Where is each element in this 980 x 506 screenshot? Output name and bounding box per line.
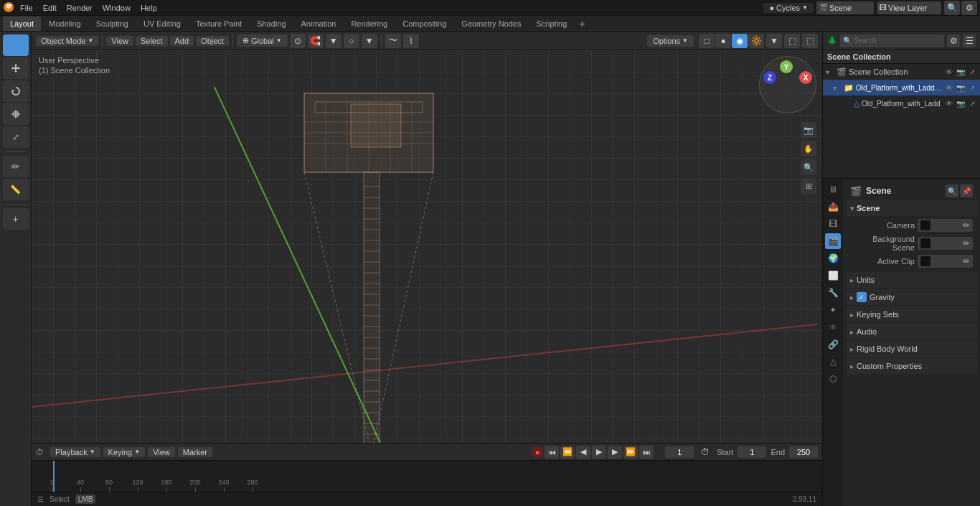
viewport-zoom-btn[interactable]: 🔍 — [801, 159, 816, 175]
playhead[interactable] — [53, 461, 55, 492]
view-menu-btn[interactable]: View — [106, 36, 133, 46]
view-layer-props-icon[interactable]: 🎞 — [825, 216, 841, 232]
active-clip-value[interactable]: ✏ — [918, 255, 973, 268]
props-search-btn[interactable]: 🔍 — [946, 184, 958, 197]
outliner-search[interactable]: 🔍 Search — [840, 34, 944, 47]
tab-sculpting[interactable]: Sculpting — [89, 17, 136, 31]
visibility-icon[interactable]: 👁 — [944, 68, 954, 76]
select-icon-2[interactable]: ↗ — [967, 84, 977, 92]
outliner-filter-btn[interactable]: ⚙ — [947, 34, 960, 47]
end-frame-input[interactable] — [789, 446, 818, 458]
status-icon[interactable]: ☰ — [37, 495, 44, 503]
viewport-hand-btn[interactable]: ✋ — [801, 141, 816, 156]
data-props-icon[interactable]: △ — [825, 354, 841, 370]
render-visibility-icon[interactable]: 📷 — [956, 68, 966, 76]
tab-add-button[interactable]: + — [575, 17, 589, 31]
next-keyframe-btn[interactable]: ⏩ — [623, 446, 638, 459]
toolbar-cursor-tool[interactable] — [3, 34, 29, 56]
select-icon-3[interactable]: ↗ — [967, 100, 977, 108]
audio-subsection[interactable]: ▸ Audio — [846, 324, 977, 339]
timeline-keying-btn[interactable]: Keying ▼ — [103, 447, 146, 457]
shading-render[interactable]: 🔆 — [748, 34, 764, 48]
timeline-playback-btn[interactable]: Playback ▼ — [50, 447, 100, 457]
timeline-ruler[interactable]: 1 40 80 120 160 200 240 280 — [32, 461, 822, 492]
scene-props-icon[interactable]: 🎬 — [825, 233, 841, 249]
select-exclude-icon[interactable]: ↗ — [967, 68, 977, 76]
topbar-search-icon[interactable]: 🔍 — [944, 1, 960, 15]
pivot-btn[interactable]: ⊙ — [290, 34, 306, 48]
visibility-icon-3[interactable]: 👁 — [944, 100, 954, 108]
tab-compositing[interactable]: Compositing — [395, 17, 453, 31]
jump-to-start-btn[interactable]: ⏮ — [545, 446, 559, 459]
shading-wireframe[interactable]: □ — [699, 34, 715, 48]
tab-texture-paint[interactable]: Texture Paint — [189, 17, 249, 31]
outliner-item-scene-collection[interactable]: ▾ 🎬 Scene Collection 👁 📷 ↗ — [823, 64, 980, 80]
gizmo-y-axis[interactable]: Y — [780, 60, 793, 73]
active-clip-edit-icon[interactable]: ✏ — [963, 256, 970, 266]
material-props-icon[interactable]: ⬡ — [825, 371, 841, 387]
menu-render[interactable]: Render — [62, 2, 97, 14]
blender-logo-icon[interactable] — [3, 1, 14, 14]
prev-frame-btn[interactable]: ◀ — [576, 446, 590, 459]
rigid-body-subsection[interactable]: ▸ Rigid Body World — [846, 341, 977, 357]
viewport-camera-btn[interactable]: 📷 — [801, 122, 816, 138]
output-props-icon[interactable]: 📤 — [825, 199, 841, 215]
menu-edit[interactable]: Edit — [39, 2, 61, 14]
world-props-icon[interactable]: 🌍 — [825, 250, 841, 266]
next-frame-btn[interactable]: ▶ — [608, 446, 622, 459]
select-menu-btn[interactable]: Select — [136, 36, 168, 46]
render-props-icon[interactable]: 🖥 — [825, 182, 841, 197]
tab-scripting[interactable]: Scripting — [529, 17, 574, 31]
view-layer-selector[interactable]: 🎞 View Layer — [877, 1, 941, 14]
units-subsection[interactable]: ▸ Units — [846, 272, 977, 288]
viewport-icon1[interactable]: 〜 — [385, 34, 401, 48]
camera-value[interactable]: ✏ — [918, 219, 973, 232]
proportional-editing[interactable]: ○ — [344, 34, 359, 48]
viewport-canvas[interactable]: User Perspective (1) Scene Collection — [32, 50, 822, 443]
tab-modeling[interactable]: Modeling — [42, 17, 88, 31]
mode-selector[interactable]: Object Mode ▼ — [36, 36, 98, 46]
jump-to-end-btn[interactable]: ⏭ — [639, 446, 654, 459]
tab-uv-editing[interactable]: UV Editing — [136, 17, 188, 31]
bg-scene-edit-icon[interactable]: ✏ — [963, 238, 970, 248]
toolbar-add-tool[interactable]: + — [3, 208, 29, 230]
tab-rendering[interactable]: Rendering — [344, 17, 395, 31]
scene-section-header[interactable]: ▾ Scene — [846, 200, 977, 216]
bg-scene-value[interactable]: ✏ — [918, 237, 973, 250]
toolbar-annotate-tool[interactable]: ✏ — [3, 156, 29, 177]
visibility-icon-2[interactable]: 👁 — [944, 84, 954, 92]
viewport-cam2-btn[interactable]: ⊞ — [801, 178, 816, 194]
render-visibility-icon-2[interactable]: 📷 — [956, 84, 966, 92]
outliner-item-platform-w[interactable]: ▾ 📁 Old_Platform_with_Ladder_W 👁 📷 ↗ — [823, 80, 980, 95]
start-frame-input[interactable] — [738, 446, 766, 458]
current-frame-input[interactable] — [665, 446, 694, 458]
scene-selector[interactable]: 🎬 Scene — [816, 1, 874, 14]
prev-keyframe-btn[interactable]: ⏪ — [560, 446, 575, 459]
tab-geometry-nodes[interactable]: Geometry Nodes — [454, 17, 528, 31]
menu-help[interactable]: Help — [136, 2, 161, 14]
render-icon-3[interactable]: 📷 — [956, 100, 966, 108]
transform-orientation-btn[interactable]: ⊕ Global ▼ — [237, 34, 288, 47]
timeline-view-btn[interactable]: View — [148, 447, 175, 457]
outliner-icon[interactable]: 🌲 — [827, 36, 837, 45]
gizmo-z-axis[interactable]: Z — [763, 71, 776, 84]
object-props-icon[interactable]: ⬜ — [825, 268, 841, 284]
tab-animation[interactable]: Animation — [294, 17, 344, 31]
menu-window[interactable]: Window — [98, 2, 135, 14]
overlay-btn[interactable]: ⬚ — [784, 34, 800, 48]
nav-gizmo[interactable]: X Y Z — [759, 56, 816, 113]
shading-options-btn[interactable]: ▼ — [766, 34, 782, 48]
add-menu-btn[interactable]: Add — [170, 36, 194, 46]
outliner-item-platform-mesh[interactable]: ▾ △ Old_Platform_with_Ladd 👁 📷 ↗ — [823, 95, 980, 111]
proportional-falloff[interactable]: ▼ — [362, 34, 377, 48]
tab-layout[interactable]: Layout — [3, 17, 41, 31]
gravity-checkbox[interactable]: ✓ — [857, 292, 867, 302]
outliner-options-btn[interactable]: ☰ — [963, 34, 976, 47]
toolbar-measure-tool[interactable]: 📏 — [3, 179, 29, 200]
physics-props-icon[interactable]: ⚛ — [825, 319, 841, 335]
record-btn[interactable]: ● — [532, 446, 543, 458]
xray-btn[interactable]: ⬚ — [802, 34, 818, 48]
timeline-marker-btn[interactable]: Marker — [178, 447, 212, 457]
timeline-header-icon[interactable]: ⏱ — [36, 448, 47, 456]
toolbar-scale-tool[interactable] — [3, 103, 29, 125]
